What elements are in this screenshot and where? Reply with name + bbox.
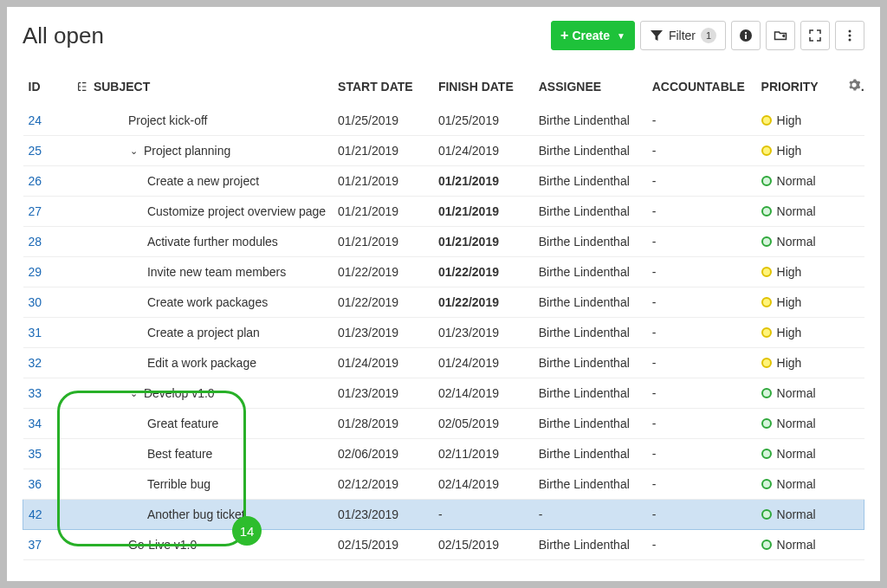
assignee[interactable]: Birthe Lindenthal [534,469,647,500]
finish-date[interactable]: 02/14/2019 [433,469,534,500]
finish-date[interactable]: 01/25/2019 [433,106,534,136]
subject-text[interactable]: Project kick-off [128,113,208,127]
subject-text[interactable]: Create work packages [147,295,268,309]
create-button[interactable]: + Create ▼ [551,21,635,50]
assignee[interactable]: Birthe Lindenthal [534,166,647,197]
finish-date[interactable]: 01/23/2019 [433,318,534,348]
subject-text[interactable]: Invite new team members [147,265,286,279]
assignee[interactable]: Birthe Lindenthal [534,106,647,136]
start-date[interactable]: 01/21/2019 [333,136,433,166]
table-row[interactable]: 27Customize project overview page01/21/2… [23,197,864,227]
start-date[interactable]: 01/21/2019 [333,197,433,227]
subject-text[interactable]: Great feature [147,417,219,430]
accountable[interactable]: - [647,106,756,136]
table-row[interactable]: 24Project kick-off01/25/201901/25/2019Bi… [23,106,864,136]
assignee[interactable]: Birthe Lindenthal [534,257,647,288]
subject-text[interactable]: Another bug ticket [147,507,245,521]
priority-cell[interactable]: Normal [761,507,838,521]
start-date[interactable]: 01/28/2019 [333,409,433,439]
col-finish[interactable]: FINISH DATE [433,71,534,106]
accountable[interactable]: - [647,227,756,257]
finish-date[interactable]: 01/21/2019 [433,227,534,257]
finish-date[interactable]: - [433,500,534,530]
accountable[interactable]: - [647,500,756,530]
chevron-down-icon[interactable]: ⌄ [128,145,140,157]
priority-cell[interactable]: High [761,326,838,339]
more-button[interactable] [835,21,864,50]
table-row[interactable]: 34Great feature01/28/201902/05/2019Birth… [23,409,864,439]
assignee[interactable]: Birthe Lindenthal [534,439,647,469]
assignee[interactable]: Birthe Lindenthal [534,318,647,348]
priority-cell[interactable]: Normal [761,447,838,461]
finish-date[interactable]: 01/22/2019 [433,257,534,288]
accountable[interactable]: - [647,318,756,348]
col-settings[interactable] [843,71,864,106]
accountable[interactable]: - [647,288,756,318]
subject-text[interactable]: Project planning [144,144,230,158]
start-date[interactable]: 01/21/2019 [333,227,433,257]
work-package-id[interactable]: 32 [29,356,42,370]
accountable[interactable]: - [647,409,756,439]
subject-text[interactable]: Create a new project [147,174,259,188]
table-row[interactable]: 32Edit a work package01/24/201901/24/201… [23,348,864,378]
subject-text[interactable]: Terrible bug [147,477,210,491]
col-assignee[interactable]: ASSIGNEE [534,71,647,106]
assignee[interactable]: Birthe Lindenthal [534,530,647,560]
start-date[interactable]: 01/23/2019 [333,378,433,409]
table-row[interactable]: 31Create a project plan01/23/201901/23/2… [23,318,864,348]
col-accountable[interactable]: ACCOUNTABLE [647,71,756,106]
subject-text[interactable]: Develop v1.0 [144,386,215,400]
subject-text[interactable]: Customize project overview page [147,204,326,218]
finish-date[interactable]: 02/15/2019 [433,530,534,560]
assignee[interactable]: Birthe Lindenthal [534,378,647,409]
priority-cell[interactable]: Normal [761,477,838,491]
assignee[interactable]: Birthe Lindenthal [534,227,647,257]
priority-cell[interactable]: Normal [761,235,838,249]
priority-cell[interactable]: High [761,356,838,370]
accountable[interactable]: - [647,530,756,560]
table-row[interactable]: 35Best feature02/06/201902/11/2019Birthe… [23,439,864,469]
work-package-id[interactable]: 26 [29,174,42,188]
finish-date[interactable]: 02/14/2019 [433,378,534,409]
fullscreen-button[interactable] [800,21,830,50]
work-package-id[interactable]: 25 [29,144,42,158]
work-package-id[interactable]: 36 [29,477,42,491]
work-package-id[interactable]: 37 [29,538,42,552]
col-priority[interactable]: PRIORITY [756,71,844,106]
work-package-id[interactable]: 35 [29,447,42,461]
start-date[interactable]: 01/23/2019 [333,318,433,348]
priority-cell[interactable]: High [761,113,838,127]
filter-button[interactable]: Filter 1 [640,21,726,50]
table-row[interactable]: 28Activate further modules01/21/201901/2… [23,227,864,257]
priority-cell[interactable]: Normal [761,417,838,430]
work-package-id[interactable]: 42 [29,507,42,521]
finish-date[interactable]: 01/21/2019 [433,166,534,197]
assignee[interactable]: Birthe Lindenthal [534,197,647,227]
accountable[interactable]: - [647,166,756,197]
col-id[interactable]: ID [23,71,71,106]
accountable[interactable]: - [647,469,756,500]
start-date[interactable]: 01/24/2019 [333,348,433,378]
table-row[interactable]: 36Terrible bug02/12/201902/14/2019Birthe… [23,469,864,500]
work-package-id[interactable]: 28 [29,235,42,249]
table-row[interactable]: 37Go-Live v1.002/15/201902/15/2019Birthe… [23,530,864,560]
start-date[interactable]: 02/12/2019 [333,469,433,500]
accountable[interactable]: - [647,348,756,378]
subject-text[interactable]: Edit a work package [147,356,256,370]
start-date[interactable]: 01/23/2019 [333,500,433,530]
accountable[interactable]: - [647,136,756,166]
table-row[interactable]: 33⌄Develop v1.001/23/201902/14/2019Birth… [23,378,864,409]
table-row[interactable]: 42Another bug ticket01/23/2019---Normal [23,500,864,530]
work-package-id[interactable]: 30 [29,295,42,309]
priority-cell[interactable]: Normal [761,386,838,400]
table-row[interactable]: 29Invite new team members01/22/201901/22… [23,257,864,288]
work-package-id[interactable]: 29 [29,265,42,279]
finish-date[interactable]: 01/24/2019 [433,348,534,378]
priority-cell[interactable]: Normal [761,204,838,218]
priority-cell[interactable]: High [761,144,838,158]
info-button[interactable] [731,21,761,50]
table-row[interactable]: 25⌄Project planning01/21/201901/24/2019B… [23,136,864,166]
subject-text[interactable]: Create a project plan [147,326,260,339]
col-start[interactable]: START DATE [333,71,433,106]
export-button[interactable] [766,21,795,50]
